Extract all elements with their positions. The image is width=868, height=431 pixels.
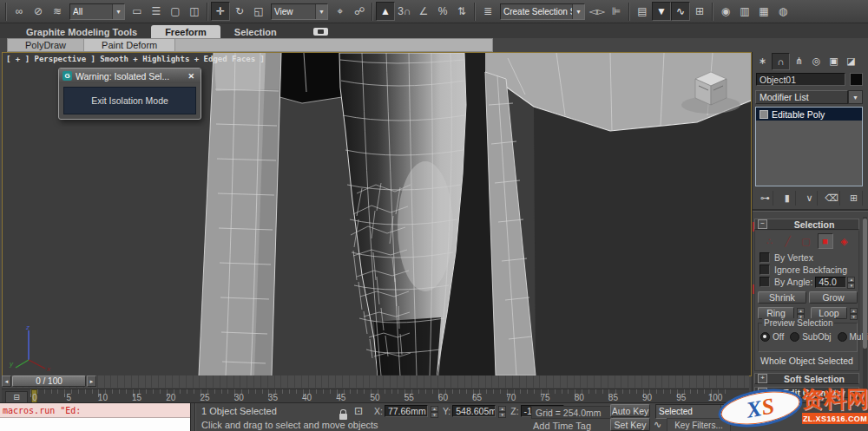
previous-frame-button[interactable]: ◄	[2, 375, 11, 387]
show-end-result-icon[interactable]: ▮	[779, 191, 796, 206]
x-coordinate-field[interactable]: 77.66mm	[385, 405, 428, 417]
modifier-list-dropdown[interactable]: Modifier List	[755, 90, 848, 104]
play-controls-icon[interactable]: ∣◄ ►∣	[732, 415, 759, 423]
select-and-rotate-icon[interactable]: ↻	[230, 2, 249, 21]
shrink-button[interactable]: Shrink	[758, 291, 806, 304]
rendered-frame-icon[interactable]: ▦	[754, 2, 773, 21]
absolute-offset-icon[interactable]: ⊡	[354, 405, 363, 417]
add-time-tag[interactable]: Add Time Tag	[533, 421, 591, 431]
object-color-swatch[interactable]	[850, 73, 863, 86]
ring-button[interactable]: Ring	[758, 307, 794, 319]
time-slider-handle[interactable]: 0 / 100	[12, 375, 86, 387]
chevron-down-icon[interactable]: ▼	[848, 90, 863, 104]
key-set-dropdown[interactable]: Selected ▼	[655, 404, 733, 419]
x-spinner[interactable]: ▲▼	[431, 406, 438, 417]
snaps-toggle-icon[interactable]: 3∩	[395, 2, 414, 21]
align-icon[interactable]: ⊫	[607, 2, 626, 21]
next-frame-button[interactable]: ►	[87, 375, 96, 387]
viewport-label[interactable]: [ + ] Perspective ] Smooth + Highlights …	[6, 55, 265, 63]
auto-key-button[interactable]: Auto Key	[610, 404, 650, 417]
render-production-icon[interactable]: ◍	[773, 2, 792, 21]
listener-macro-line[interactable]: macros.run "Ed:	[0, 403, 190, 417]
display-tab-icon[interactable]: ▣	[825, 53, 842, 69]
ribbon-tab-selection[interactable]: Selection	[220, 25, 291, 38]
maxscript-mini-listener[interactable]: macros.run "Ed:	[0, 403, 191, 431]
y-coordinate-field[interactable]: 548.605mm	[452, 405, 496, 417]
loop-button[interactable]: Loop	[811, 307, 847, 319]
expand-icon[interactable]: +	[758, 374, 767, 383]
by-vertex-checkbox[interactable]	[760, 252, 770, 263]
select-and-manipulate-icon[interactable]: ☍	[350, 2, 369, 21]
utilities-tab-icon[interactable]: ◪	[843, 53, 859, 69]
polygon-subobject-icon[interactable]: ■	[818, 233, 833, 249]
subtab-polydraw[interactable]: PolyDraw	[8, 39, 84, 51]
edge-subobject-icon[interactable]: ╱	[781, 234, 795, 248]
border-subobject-icon[interactable]: ▢	[799, 234, 813, 248]
keyboard-override-icon[interactable]: ▲	[376, 2, 395, 21]
preview-option-off[interactable]: Off	[760, 332, 784, 342]
select-object-icon[interactable]: ▭	[128, 2, 147, 21]
ignore-backfacing-checkbox[interactable]	[760, 264, 770, 275]
subtab-paint-deform[interactable]: Paint Deform	[84, 39, 175, 51]
radio-icon[interactable]	[838, 332, 847, 342]
select-and-move-icon[interactable]: ✛	[211, 2, 230, 21]
select-by-name-icon[interactable]: ☰	[147, 2, 166, 21]
radio-icon[interactable]	[790, 332, 799, 342]
dialog-titlebar[interactable]: G Warning: Isolated Sel... ✕	[59, 69, 201, 83]
pin-stack-icon[interactable]: ⊶	[757, 191, 773, 206]
collapse-icon[interactable]: −	[758, 388, 767, 397]
radio-icon[interactable]	[760, 332, 770, 342]
element-subobject-icon[interactable]: ◈	[838, 234, 852, 248]
key-filters-button[interactable]: Key Filters...	[667, 418, 731, 431]
by-angle-spinner[interactable]: ▲▼	[847, 277, 855, 288]
stack-item-editable-poly[interactable]: Editable Poly	[756, 108, 862, 121]
default-in-out-tangent-icon[interactable]: ∿	[654, 419, 661, 430]
mirror-icon[interactable]: ◅▻	[588, 2, 607, 21]
edit-named-selections-icon[interactable]: ≣	[478, 2, 497, 21]
named-selection-sets-dropdown[interactable]: Create Selection Se▼	[500, 3, 585, 20]
motion-tab-icon[interactable]: ◎	[808, 53, 825, 69]
chevron-down-icon[interactable]: ▼	[720, 405, 733, 418]
collapse-icon[interactable]: −	[758, 219, 767, 229]
grow-button[interactable]: Grow	[809, 291, 858, 304]
close-icon[interactable]: ✕	[185, 72, 197, 81]
configure-modifier-sets-icon[interactable]: ⊞	[846, 191, 863, 206]
track-bar[interactable]: ⊟ 05101520253035404550556065707580859095…	[2, 389, 749, 403]
layer-manager-icon[interactable]: ▤	[633, 2, 652, 21]
preview-option-subobj[interactable]: SubObj	[790, 332, 831, 342]
modify-tab-icon[interactable]: ∩	[772, 53, 790, 70]
angle-snap-icon[interactable]: ∠	[414, 2, 433, 21]
selection-rollout-header[interactable]: − Selection	[754, 219, 859, 230]
listener-input-line[interactable]	[0, 417, 190, 431]
reference-coordinate-dropdown[interactable]: View▼	[271, 3, 328, 20]
graphite-ribbon-toggle-icon[interactable]: ▼	[652, 2, 671, 21]
ribbon-tab-freeform[interactable]: Freeform	[151, 25, 220, 38]
unlink-selection-icon[interactable]: ⊘	[29, 2, 48, 21]
loop-spinner[interactable]: ▲▼	[850, 308, 858, 319]
perspective-viewport[interactable]: [ + ] Perspective ] Smooth + Highlights …	[2, 52, 752, 376]
by-angle-checkbox[interactable]	[760, 277, 770, 287]
edit-geometry-rollout-header[interactable]: − Edit Geometry	[754, 387, 859, 398]
modifier-stack[interactable]: Editable Poly	[755, 107, 863, 186]
chevron-down-icon[interactable]: ▼	[315, 4, 327, 19]
time-slider-track[interactable]: ◄ 0 / 100 ►	[2, 375, 749, 388]
bind-to-space-warp-icon[interactable]: ≋	[48, 2, 67, 21]
render-setup-icon[interactable]: ▥	[735, 2, 754, 21]
select-and-scale-icon[interactable]: ◱	[249, 2, 268, 21]
set-key-button[interactable]: Set Key	[610, 418, 650, 431]
ribbon-minimize-icon[interactable]	[313, 28, 328, 36]
create-tab-icon[interactable]: ∗	[754, 53, 771, 69]
hierarchy-tab-icon[interactable]: ⋔	[791, 53, 807, 69]
ribbon-tab-graphite-modeling-tools[interactable]: Graphite Modeling Tools	[12, 25, 151, 38]
make-unique-icon[interactable]: ∨	[801, 191, 818, 206]
spinner-snap-icon[interactable]: ⇅	[452, 2, 471, 21]
panel-scrollbar[interactable]	[863, 217, 867, 428]
chevron-down-icon[interactable]: ▼	[572, 4, 584, 19]
ring-spinner[interactable]: ▲▼	[797, 308, 805, 319]
exit-isolation-button[interactable]: Exit Isolation Mode	[91, 95, 168, 106]
y-spinner[interactable]: ▲▼	[498, 406, 506, 417]
soft-selection-rollout-header[interactable]: + Soft Selection	[754, 373, 859, 384]
rectangular-selection-icon[interactable]: ▢	[166, 2, 185, 21]
schematic-view-icon[interactable]: ⊞	[690, 2, 709, 21]
by-angle-field[interactable]: 45.0	[815, 277, 846, 288]
